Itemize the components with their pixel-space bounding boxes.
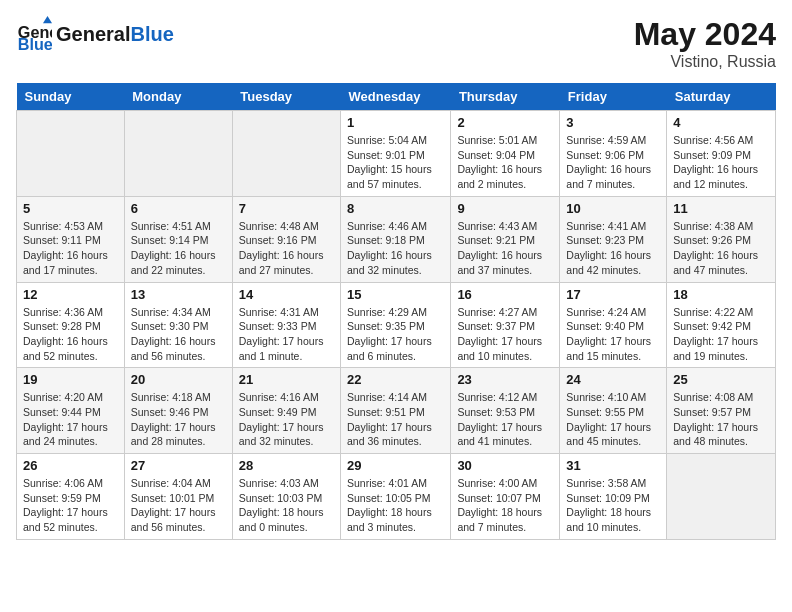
weekday-header: Sunday [17,83,125,111]
weekday-header-row: SundayMondayTuesdayWednesdayThursdayFrid… [17,83,776,111]
day-number: 17 [566,287,660,302]
day-number: 12 [23,287,118,302]
day-info: Sunrise: 4:53 AMSunset: 9:11 PMDaylight:… [23,219,118,278]
day-number: 6 [131,201,226,216]
day-number: 25 [673,372,769,387]
day-info: Sunrise: 4:56 AMSunset: 9:09 PMDaylight:… [673,133,769,192]
day-info: Sunrise: 4:27 AMSunset: 9:37 PMDaylight:… [457,305,553,364]
day-number: 19 [23,372,118,387]
logo: General Blue GeneralBlue [16,16,174,52]
calendar-week-row: 26Sunrise: 4:06 AMSunset: 9:59 PMDayligh… [17,454,776,540]
day-number: 10 [566,201,660,216]
day-info: Sunrise: 4:24 AMSunset: 9:40 PMDaylight:… [566,305,660,364]
day-info: Sunrise: 4:12 AMSunset: 9:53 PMDaylight:… [457,390,553,449]
calendar-cell: 31Sunrise: 3:58 AMSunset: 10:09 PMDaylig… [560,454,667,540]
weekday-header: Thursday [451,83,560,111]
calendar-cell: 25Sunrise: 4:08 AMSunset: 9:57 PMDayligh… [667,368,776,454]
day-number: 30 [457,458,553,473]
calendar-cell: 4Sunrise: 4:56 AMSunset: 9:09 PMDaylight… [667,111,776,197]
day-info: Sunrise: 5:01 AMSunset: 9:04 PMDaylight:… [457,133,553,192]
calendar-cell: 19Sunrise: 4:20 AMSunset: 9:44 PMDayligh… [17,368,125,454]
day-info: Sunrise: 4:18 AMSunset: 9:46 PMDaylight:… [131,390,226,449]
calendar-week-row: 19Sunrise: 4:20 AMSunset: 9:44 PMDayligh… [17,368,776,454]
calendar-cell: 5Sunrise: 4:53 AMSunset: 9:11 PMDaylight… [17,196,125,282]
day-number: 31 [566,458,660,473]
calendar-week-row: 1Sunrise: 5:04 AMSunset: 9:01 PMDaylight… [17,111,776,197]
day-info: Sunrise: 4:59 AMSunset: 9:06 PMDaylight:… [566,133,660,192]
calendar-table: SundayMondayTuesdayWednesdayThursdayFrid… [16,83,776,540]
day-info: Sunrise: 4:22 AMSunset: 9:42 PMDaylight:… [673,305,769,364]
calendar-cell: 3Sunrise: 4:59 AMSunset: 9:06 PMDaylight… [560,111,667,197]
weekday-header: Wednesday [341,83,451,111]
day-info: Sunrise: 4:06 AMSunset: 9:59 PMDaylight:… [23,476,118,535]
calendar-cell: 2Sunrise: 5:01 AMSunset: 9:04 PMDaylight… [451,111,560,197]
calendar-cell: 18Sunrise: 4:22 AMSunset: 9:42 PMDayligh… [667,282,776,368]
day-info: Sunrise: 4:08 AMSunset: 9:57 PMDaylight:… [673,390,769,449]
day-info: Sunrise: 4:34 AMSunset: 9:30 PMDaylight:… [131,305,226,364]
day-number: 13 [131,287,226,302]
calendar-cell: 27Sunrise: 4:04 AMSunset: 10:01 PMDaylig… [124,454,232,540]
day-number: 14 [239,287,334,302]
logo-blue: Blue [130,23,173,45]
day-number: 24 [566,372,660,387]
day-info: Sunrise: 4:20 AMSunset: 9:44 PMDaylight:… [23,390,118,449]
weekday-header: Friday [560,83,667,111]
calendar-cell [17,111,125,197]
day-info: Sunrise: 4:00 AMSunset: 10:07 PMDaylight… [457,476,553,535]
calendar-cell: 24Sunrise: 4:10 AMSunset: 9:55 PMDayligh… [560,368,667,454]
day-info: Sunrise: 4:31 AMSunset: 9:33 PMDaylight:… [239,305,334,364]
logo-icon: General Blue [16,16,52,52]
page-header: General Blue GeneralBlue May 2024 Vistin… [16,16,776,71]
day-number: 28 [239,458,334,473]
calendar-cell: 11Sunrise: 4:38 AMSunset: 9:26 PMDayligh… [667,196,776,282]
day-number: 16 [457,287,553,302]
location: Vistino, Russia [634,53,776,71]
calendar-cell: 8Sunrise: 4:46 AMSunset: 9:18 PMDaylight… [341,196,451,282]
calendar-week-row: 12Sunrise: 4:36 AMSunset: 9:28 PMDayligh… [17,282,776,368]
day-number: 1 [347,115,444,130]
day-number: 11 [673,201,769,216]
day-number: 15 [347,287,444,302]
svg-text:Blue: Blue [18,35,52,52]
calendar-cell: 16Sunrise: 4:27 AMSunset: 9:37 PMDayligh… [451,282,560,368]
day-number: 27 [131,458,226,473]
calendar-cell: 15Sunrise: 4:29 AMSunset: 9:35 PMDayligh… [341,282,451,368]
day-info: Sunrise: 3:58 AMSunset: 10:09 PMDaylight… [566,476,660,535]
day-number: 4 [673,115,769,130]
calendar-cell: 21Sunrise: 4:16 AMSunset: 9:49 PMDayligh… [232,368,340,454]
day-number: 7 [239,201,334,216]
day-number: 22 [347,372,444,387]
calendar-cell: 30Sunrise: 4:00 AMSunset: 10:07 PMDaylig… [451,454,560,540]
day-number: 5 [23,201,118,216]
month-year: May 2024 [634,16,776,53]
day-info: Sunrise: 4:51 AMSunset: 9:14 PMDaylight:… [131,219,226,278]
day-info: Sunrise: 4:14 AMSunset: 9:51 PMDaylight:… [347,390,444,449]
weekday-header: Saturday [667,83,776,111]
logo-general: General [56,23,130,45]
day-info: Sunrise: 4:36 AMSunset: 9:28 PMDaylight:… [23,305,118,364]
day-info: Sunrise: 4:29 AMSunset: 9:35 PMDaylight:… [347,305,444,364]
calendar-cell [232,111,340,197]
calendar-cell: 7Sunrise: 4:48 AMSunset: 9:16 PMDaylight… [232,196,340,282]
calendar-cell: 14Sunrise: 4:31 AMSunset: 9:33 PMDayligh… [232,282,340,368]
day-info: Sunrise: 4:43 AMSunset: 9:21 PMDaylight:… [457,219,553,278]
calendar-cell: 12Sunrise: 4:36 AMSunset: 9:28 PMDayligh… [17,282,125,368]
calendar-cell: 23Sunrise: 4:12 AMSunset: 9:53 PMDayligh… [451,368,560,454]
day-info: Sunrise: 4:10 AMSunset: 9:55 PMDaylight:… [566,390,660,449]
day-number: 2 [457,115,553,130]
calendar-cell: 22Sunrise: 4:14 AMSunset: 9:51 PMDayligh… [341,368,451,454]
day-number: 26 [23,458,118,473]
calendar-cell: 17Sunrise: 4:24 AMSunset: 9:40 PMDayligh… [560,282,667,368]
title-block: May 2024 Vistino, Russia [634,16,776,71]
day-info: Sunrise: 4:04 AMSunset: 10:01 PMDaylight… [131,476,226,535]
calendar-cell: 1Sunrise: 5:04 AMSunset: 9:01 PMDaylight… [341,111,451,197]
calendar-cell: 10Sunrise: 4:41 AMSunset: 9:23 PMDayligh… [560,196,667,282]
day-info: Sunrise: 4:38 AMSunset: 9:26 PMDaylight:… [673,219,769,278]
calendar-cell [667,454,776,540]
calendar-cell: 13Sunrise: 4:34 AMSunset: 9:30 PMDayligh… [124,282,232,368]
day-number: 9 [457,201,553,216]
calendar-cell: 26Sunrise: 4:06 AMSunset: 9:59 PMDayligh… [17,454,125,540]
day-info: Sunrise: 4:48 AMSunset: 9:16 PMDaylight:… [239,219,334,278]
day-number: 21 [239,372,334,387]
weekday-header: Monday [124,83,232,111]
